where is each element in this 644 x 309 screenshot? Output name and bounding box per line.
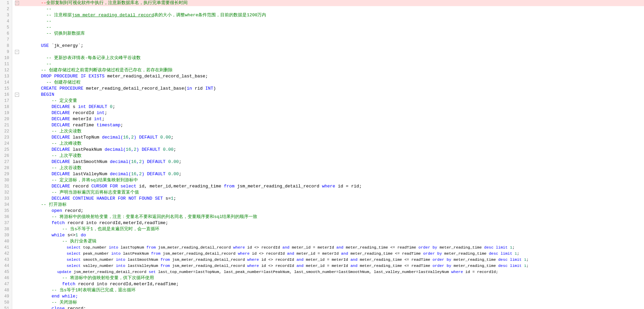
line-num-43: 43: [3, 257, 9, 263]
code-line-51: close record;: [15, 306, 644, 309]
line-num-18: 18: [3, 104, 9, 110]
line-num-38: 38: [3, 226, 9, 232]
line-num-27: 27: [3, 159, 9, 165]
line-num-7: 7: [3, 37, 9, 43]
line-num-26: 26: [3, 153, 9, 159]
line-num-22: 22: [3, 128, 9, 134]
line-num-48: 48: [3, 287, 9, 293]
line-num-40: 40: [3, 238, 9, 244]
line-num-51: 51: [3, 306, 9, 309]
line-num-14: 14: [3, 79, 9, 86]
line-num-35: 35: [3, 208, 9, 214]
fold-icon-16[interactable]: -: [15, 93, 19, 97]
line-num-11: 11: [3, 61, 9, 67]
fold-icon-9[interactable]: -: [15, 50, 19, 54]
editor-container: 1 2 3 4 5 6 7 8 9 10 11 12 13 14 15 16 1…: [0, 0, 644, 309]
line-num-9: 9: [3, 49, 9, 55]
line-num-13: 13: [3, 73, 9, 79]
line-num-30: 30: [3, 177, 9, 183]
line-num-10: 10: [3, 55, 9, 61]
line-numbers: 1 2 3 4 5 6 7 8 9 10 11 12 13 14 15 16 1…: [0, 0, 12, 309]
code-area[interactable]: - --全部复制到可视化软件中执行，注意新数据库名，执行完单需要很长时间 -- …: [12, 0, 644, 309]
line-num-6: 6: [3, 31, 9, 37]
line-num-39: 39: [3, 232, 9, 238]
line-num-42: 42: [3, 251, 9, 257]
use-keyword: USE: [41, 43, 51, 48]
line-num-37: 37: [3, 220, 9, 226]
line-num-2: 2: [3, 6, 9, 12]
code-line-6: -- 切换到新数据库: [15, 31, 644, 37]
line-num-15: 15: [3, 86, 9, 92]
line-num-5: 5: [3, 24, 9, 31]
line-num-49: 49: [3, 293, 9, 299]
line-num-45: 45: [3, 269, 9, 275]
line-6-text: -- 切换到新数据库: [41, 31, 85, 36]
line-num-3: 3: [3, 12, 9, 18]
line-num-20: 20: [3, 116, 9, 122]
line-num-34: 34: [3, 202, 9, 208]
line-num-46: 46: [3, 275, 9, 281]
code-line-8: USE `jk_energy`;: [15, 43, 644, 49]
line-num-17: 17: [3, 98, 9, 104]
line-num-47: 47: [3, 281, 9, 287]
line-num-32: 32: [3, 189, 9, 196]
fold-icon-1[interactable]: -: [15, 1, 19, 5]
line-num-41: 41: [3, 244, 9, 251]
line-num-31: 31: [3, 183, 9, 189]
line-num-44: 44: [3, 263, 9, 269]
line-num-33: 33: [3, 196, 9, 202]
line-num-21: 21: [3, 122, 9, 128]
line-num-19: 19: [3, 110, 9, 116]
line-num-24: 24: [3, 141, 9, 147]
line-num-50: 50: [3, 299, 9, 306]
line-num-25: 25: [3, 147, 9, 153]
line-num-28: 28: [3, 165, 9, 171]
line-num-29: 29: [3, 171, 9, 177]
line-num-36: 36: [3, 214, 9, 220]
line-num-16: 16: [3, 92, 9, 98]
line-num-1: 1: [3, 0, 9, 6]
line-num-8: 8: [3, 43, 9, 49]
line-num-4: 4: [3, 18, 9, 24]
line-num-23: 23: [3, 134, 9, 141]
line-num-12: 12: [3, 67, 9, 73]
